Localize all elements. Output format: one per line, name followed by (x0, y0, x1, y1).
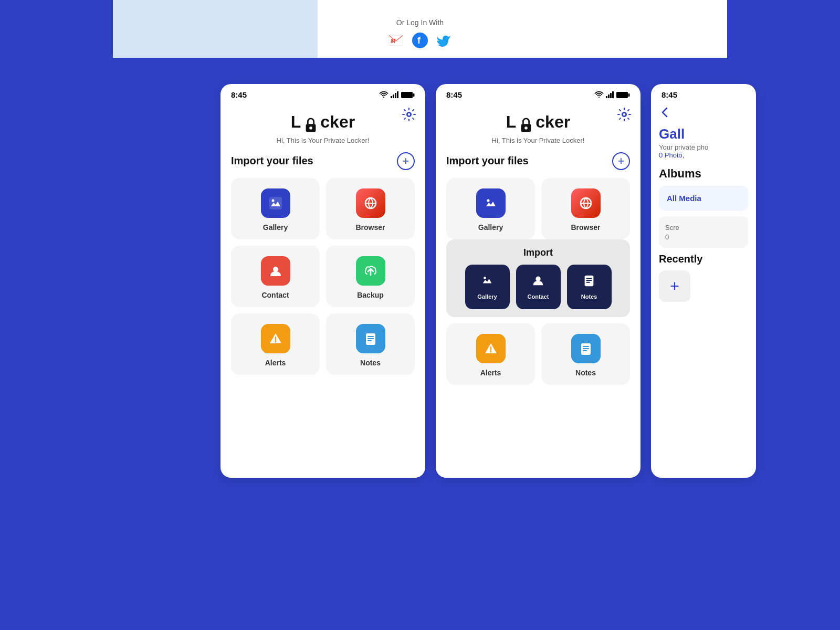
svg-rect-29 (616, 92, 628, 98)
phone-left: 8:45 (220, 84, 425, 478)
svg-rect-14 (269, 197, 282, 209)
time-left: 8:45 (231, 90, 247, 99)
browser-card-left[interactable]: Browser (326, 178, 415, 239)
recently-section-right: Recently + (659, 253, 748, 302)
gmail-icon[interactable]: M (386, 31, 405, 50)
popup-gallery-icon (480, 274, 494, 290)
app-grid-top-middle: Gallery Browser (436, 178, 640, 239)
logo-text-cker: cker (320, 112, 355, 131)
notes-icon-middle (571, 334, 601, 363)
notes-card-left[interactable]: Notes (326, 313, 415, 375)
add-media-button-right[interactable]: + (659, 270, 690, 302)
popup-contact-btn[interactable]: Contact (516, 265, 561, 309)
import-popup: Import Gallery Contact (446, 239, 630, 317)
settings-button-middle[interactable] (617, 108, 631, 124)
alerts-label-left: Alerts (265, 359, 286, 367)
backup-label-left: Backup (357, 291, 384, 299)
svg-text:M: M (391, 38, 396, 44)
import-header-left: Import your files + (220, 152, 425, 178)
battery-icon-m (616, 91, 630, 99)
albums-title-right: Albums (659, 167, 748, 181)
popup-gallery-label: Gallery (477, 293, 497, 300)
contact-icon-left (261, 256, 290, 286)
twitter-icon[interactable] (435, 31, 454, 50)
popup-contact-label: Contact (528, 293, 549, 300)
popup-notes-label: Notes (581, 293, 597, 300)
browser-icon-middle (571, 188, 601, 218)
subtitle-left: Hi, This is Your Private Locker! (220, 136, 425, 144)
settings-button-left[interactable] (402, 108, 416, 124)
screenshots-card-right: Scre 0 (659, 216, 748, 248)
svg-point-18 (273, 267, 278, 272)
wifi-icon (379, 91, 388, 98)
svg-text:f: f (417, 35, 421, 46)
svg-point-31 (623, 113, 626, 116)
svg-point-38 (536, 277, 540, 281)
browser-label-left: Browser (355, 223, 385, 232)
notes-label-middle: Notes (575, 369, 596, 377)
logo-lock-icon-m (519, 117, 533, 134)
back-button-right[interactable] (651, 102, 756, 126)
status-bar-middle: 8:45 (436, 84, 640, 102)
add-button-middle[interactable]: + (612, 152, 630, 170)
notes-icon-left (356, 324, 385, 353)
svg-rect-8 (401, 92, 413, 98)
signal-icon (391, 91, 399, 98)
or-login-text: Or Log In With (396, 18, 444, 27)
popup-notes-btn[interactable]: Notes (567, 265, 612, 309)
alerts-card-middle[interactable]: Alerts (446, 323, 535, 385)
svg-point-33 (524, 127, 528, 130)
logo-middle: L cker (436, 112, 640, 134)
subtitle-middle: Hi, This is Your Private Locker! (436, 136, 640, 144)
logo-text-m-cker: cker (536, 112, 570, 131)
contact-card-left[interactable]: Contact (231, 246, 320, 307)
social-icons: M f (386, 31, 454, 50)
signal-icon-m (606, 91, 614, 98)
battery-icon (401, 91, 415, 99)
logo-text-l: L (291, 112, 301, 131)
svg-point-44 (490, 351, 491, 352)
svg-point-20 (275, 341, 276, 342)
svg-rect-9 (413, 93, 415, 97)
gallery-title-right: Gall (659, 126, 748, 142)
svg-rect-25 (606, 96, 607, 98)
logo-text-m-l: L (506, 112, 517, 131)
svg-rect-30 (628, 93, 630, 97)
app-grid-bottom-middle: Alerts Notes (436, 323, 640, 385)
login-card-middle: Or Log In With M f (318, 0, 522, 58)
recently-title-right: Recently (659, 253, 748, 265)
svg-rect-6 (395, 93, 396, 98)
notes-card-middle[interactable]: Notes (541, 323, 630, 385)
popup-contact-icon (531, 274, 545, 290)
svg-point-34 (487, 199, 489, 202)
all-media-button-right[interactable]: All Media (659, 186, 748, 211)
svg-rect-4 (391, 96, 392, 98)
svg-rect-5 (393, 94, 394, 98)
login-card-right (522, 0, 727, 58)
screen-label-right: Scre (665, 224, 679, 232)
gallery-card-left[interactable]: Gallery (231, 178, 320, 239)
alerts-icon-middle (476, 334, 506, 363)
alerts-icon-left (261, 324, 290, 353)
browser-label-middle: Browser (571, 223, 600, 232)
svg-rect-27 (610, 93, 612, 98)
import-header-middle: Import your files + (436, 152, 640, 178)
svg-point-15 (271, 199, 274, 202)
browser-icon-left (356, 188, 385, 218)
gallery-card-middle[interactable]: Gallery (446, 178, 535, 239)
import-title-left: Import your files (231, 155, 313, 167)
login-card-left (113, 0, 318, 58)
popup-title: Import (454, 247, 622, 258)
browser-card-middle[interactable]: Browser (541, 178, 630, 239)
add-button-left[interactable]: + (397, 152, 415, 170)
svg-point-37 (484, 277, 486, 279)
facebook-icon[interactable]: f (411, 31, 429, 50)
alerts-card-left[interactable]: Alerts (231, 313, 320, 375)
status-bar-left: 8:45 (220, 84, 425, 102)
logo-lock-icon (303, 117, 318, 134)
svg-rect-28 (612, 91, 614, 98)
backup-card-left[interactable]: Backup (326, 246, 415, 307)
popup-gallery-btn[interactable]: Gallery (465, 265, 510, 309)
time-middle: 8:45 (446, 90, 462, 99)
svg-rect-7 (397, 91, 398, 98)
